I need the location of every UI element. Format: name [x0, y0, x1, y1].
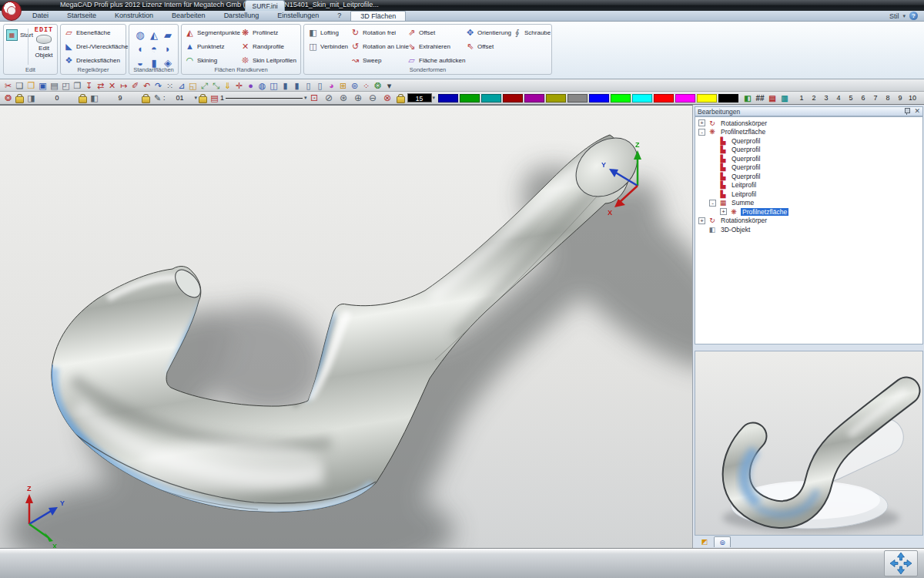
- dome-icon[interactable]: ◓: [147, 42, 161, 55]
- skin-guide-profiles-button[interactable]: ❊Skin Leitprofilen: [240, 55, 296, 66]
- color-swatch-3[interactable]: [481, 94, 501, 102]
- point-grid-icon[interactable]: ⁙: [164, 80, 176, 91]
- color-swatch-10[interactable]: [632, 94, 652, 102]
- snap-target-icon[interactable]: ❂: [2, 92, 14, 103]
- axis-x-icon[interactable]: ⤢: [199, 80, 210, 91]
- color-swatch-4[interactable]: [503, 94, 523, 102]
- current-color-box[interactable]: 15: [407, 93, 432, 102]
- opengl-render-icon[interactable]: ◕: [326, 80, 337, 91]
- sphere-wire-icon[interactable]: ◍: [256, 80, 268, 91]
- expand-icon[interactable]: +: [720, 208, 727, 215]
- color-table-icon[interactable]: ▤: [766, 93, 778, 103]
- style-menu[interactable]: Stil: [889, 12, 899, 20]
- rotation-free-button[interactable]: ↻Rotation frei: [350, 28, 409, 38]
- expand-icon[interactable]: +: [698, 217, 705, 224]
- layer-page-icon[interactable]: ◧: [89, 92, 100, 103]
- page-delete-icon[interactable]: ✕: [106, 80, 118, 91]
- view-button-8[interactable]: 8: [882, 94, 894, 102]
- skinning-button[interactable]: ◠Skining: [185, 55, 240, 66]
- zoom-window-icon[interactable]: ⊡: [307, 92, 322, 103]
- cylinder-mode-1-icon[interactable]: ▮: [280, 80, 291, 91]
- linetype-value[interactable]: 1: [220, 94, 224, 102]
- spool-icon[interactable]: ◗: [161, 42, 175, 55]
- sphere-net-icon[interactable]: ◍: [133, 28, 147, 42]
- display-colors-icon[interactable]: ◧: [742, 93, 754, 103]
- color-swatch-2[interactable]: [460, 94, 480, 102]
- view-button-1[interactable]: 1: [795, 94, 808, 102]
- color-swatch-8[interactable]: [589, 94, 609, 102]
- view-button-3[interactable]: 3: [820, 94, 832, 102]
- group-lock-icon[interactable]: [15, 94, 24, 102]
- undo-icon[interactable]: ↶: [141, 80, 152, 91]
- measure-points-icon[interactable]: ⁘: [360, 80, 372, 91]
- print-icon[interactable]: ▤: [49, 80, 60, 91]
- segment-points-button[interactable]: ◭Segmentpunkte: [185, 28, 240, 38]
- origin-icon[interactable]: ⇓: [222, 80, 233, 91]
- menu-tab-datei[interactable]: Datei: [23, 11, 58, 21]
- collapse-icon[interactable]: -: [709, 200, 716, 207]
- cylinder-mode-3-icon[interactable]: ▯: [303, 80, 314, 91]
- color-swatch-6[interactable]: [546, 94, 566, 102]
- axis-cross-icon[interactable]: ✛: [233, 80, 245, 91]
- thicken-surface-button[interactable]: ▱Fläche aufdicken: [407, 55, 465, 66]
- close-icon[interactable]: ✕: [914, 108, 920, 115]
- pin-icon[interactable]: [904, 108, 909, 115]
- pen-icon[interactable]: ✎: [152, 92, 163, 103]
- pen-lock-icon[interactable]: [142, 94, 150, 102]
- menu-tab--[interactable]: ?: [328, 11, 350, 21]
- start-button[interactable]: ▦ Start: [6, 29, 33, 41]
- linetype-sample[interactable]: [226, 98, 303, 99]
- tree-item-leitprofil[interactable]: ▙Leitprofil: [697, 190, 922, 199]
- linetype-lock-icon[interactable]: [199, 94, 207, 102]
- linetype-icon[interactable]: ▤: [209, 92, 220, 103]
- document-tab[interactable]: SURF.ini: [245, 0, 285, 11]
- extract-button[interactable]: ⇘Extrahieren: [407, 42, 465, 52]
- binoculars-icon[interactable]: ⊚: [349, 80, 360, 91]
- color-swatch-1[interactable]: [438, 94, 458, 102]
- tree-item-rotationsk-rper[interactable]: +↻Rotationskörper: [697, 119, 922, 128]
- view-button-2[interactable]: 2: [808, 94, 820, 102]
- tree-item-querprofil[interactable]: ▙Querprofil: [697, 163, 922, 173]
- menu-tab-startseite[interactable]: Startseite: [58, 11, 105, 21]
- plane-surface-button[interactable]: ▱Ebenefläche: [64, 28, 128, 38]
- cylinder-mode-4-icon[interactable]: ▯: [314, 80, 326, 91]
- open-folder-icon[interactable]: ❒: [25, 80, 37, 91]
- color-swatch-11[interactable]: [654, 94, 674, 102]
- view-button-6[interactable]: 6: [857, 94, 869, 102]
- page-exchange-icon[interactable]: ⇄: [95, 80, 106, 91]
- connect-button[interactable]: ◫Verbinden: [308, 42, 348, 52]
- menu-tab-bearbeiten[interactable]: Bearbeiten: [162, 11, 215, 21]
- tree-item-profilnetzfl-che[interactable]: +❋Profilnetzfläche: [697, 207, 922, 217]
- tree-item-querprofil[interactable]: ▙Querprofil: [697, 172, 922, 181]
- pen-caret-icon[interactable]: ▾: [195, 95, 198, 101]
- menu-tab-3d-fl-chen[interactable]: 3D Flächen: [350, 11, 406, 21]
- color-swatch-9[interactable]: [611, 94, 631, 102]
- preview-tab-render[interactable]: ◩: [696, 536, 713, 547]
- point-net-button[interactable]: ▲Punktnetz: [185, 42, 240, 52]
- selection-mode-icon[interactable]: ✂: [2, 80, 14, 91]
- tree-item-querprofil[interactable]: ▙Querprofil: [697, 154, 922, 163]
- view-button-5[interactable]: 5: [845, 94, 857, 102]
- layer-value[interactable]: 9: [100, 94, 140, 102]
- redo-icon[interactable]: ↷: [152, 80, 164, 91]
- preview-viewport[interactable]: [695, 351, 923, 536]
- page-import-icon[interactable]: ↧: [83, 80, 95, 91]
- zoom-all-icon[interactable]: ⊛: [336, 92, 351, 103]
- layer-lock-icon[interactable]: [79, 94, 87, 102]
- view-button-4[interactable]: 4: [832, 94, 845, 102]
- tree-item-leitprofil[interactable]: ▙Leitprofil: [697, 181, 922, 190]
- tree-item-querprofil[interactable]: ▙Querprofil: [697, 146, 922, 155]
- tree-item-querprofil[interactable]: ▙Querprofil: [697, 136, 922, 146]
- orientation-button[interactable]: ✥Orientierung: [465, 28, 511, 38]
- color-wheel-icon[interactable]: ❂: [372, 80, 383, 91]
- page-send-icon[interactable]: ↦: [118, 80, 129, 91]
- workplane-icon[interactable]: ◱: [187, 80, 199, 91]
- profile-net-button[interactable]: ❋Profilnetz: [240, 28, 296, 38]
- color-lock-icon[interactable]: [397, 94, 405, 102]
- color-swatch-5[interactable]: [524, 94, 544, 102]
- color-swatch-14[interactable]: [718, 94, 738, 102]
- viewport-3d[interactable]: Z Y X Z Y X: [0, 105, 693, 548]
- collapse-icon[interactable]: -: [698, 129, 705, 136]
- erase-icon[interactable]: ✐: [129, 80, 141, 91]
- color-caret-icon[interactable]: ▾: [433, 95, 436, 101]
